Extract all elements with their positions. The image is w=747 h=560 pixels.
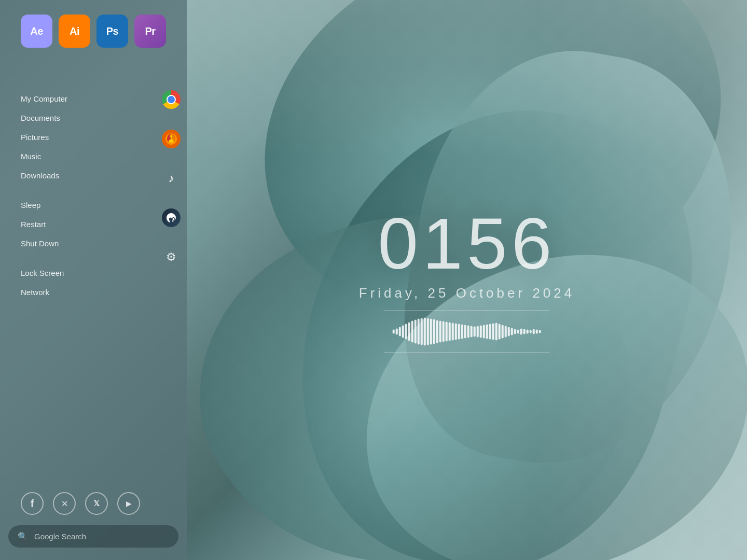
wave-bar — [480, 326, 482, 338]
menu-item-network[interactable]: Network — [21, 283, 156, 302]
search-icon: 🔍 — [18, 531, 28, 541]
wave-bar — [439, 321, 441, 343]
menu-item-shut-down[interactable]: Shut Down — [21, 234, 156, 253]
wave-bar — [402, 326, 404, 338]
wave-bar — [523, 329, 525, 334]
menu-item-sleep[interactable]: Sleep — [21, 195, 156, 215]
wave-bar — [539, 330, 541, 333]
menu-items: My Computer Documents Pictures Music Dow… — [0, 89, 156, 302]
menu-item-music[interactable]: Music — [21, 147, 156, 166]
wave-bar — [477, 326, 479, 338]
menu-item-downloads[interactable]: Downloads — [21, 166, 156, 185]
wave-bar — [533, 329, 535, 334]
wave-bar — [399, 327, 401, 337]
music-app-icon[interactable]: ♪ — [161, 168, 182, 189]
wave-bar — [421, 318, 423, 345]
wave-bar — [455, 324, 457, 340]
spacer — [0, 302, 187, 482]
facebook-icon[interactable]: f — [21, 492, 44, 515]
wave-bar — [517, 330, 519, 334]
right-icons-column: ♪ ⚙ — [156, 89, 187, 302]
wave-bar — [405, 324, 407, 340]
wave-bar — [408, 323, 410, 341]
menu-item-pictures[interactable]: Pictures — [21, 128, 156, 147]
middle-section: My Computer Documents Pictures Music Dow… — [0, 58, 187, 302]
chrome-browser-icon[interactable] — [161, 89, 182, 110]
wave-bar — [430, 319, 432, 345]
menu-item-my-computer[interactable]: My Computer — [21, 89, 156, 108]
left-panel: Ae Ai Ps Pr My Computer Documents Pictur… — [0, 0, 187, 560]
settings-icon[interactable]: ⚙ — [161, 247, 182, 268]
firefox-browser-icon[interactable] — [161, 129, 182, 149]
wave-bar — [396, 329, 398, 335]
wave-bar — [467, 326, 469, 338]
wave-bar — [508, 327, 510, 337]
wave-bar — [436, 320, 438, 343]
wave-bar — [411, 321, 413, 343]
social-icons-row: f ✕ 𝕏 ▶ — [0, 482, 187, 525]
twitter-icon[interactable]: 𝕏 — [85, 492, 108, 515]
wave-bar — [527, 330, 529, 334]
wave-bar — [471, 326, 473, 338]
search-bar[interactable]: 🔍 Google Search — [8, 525, 178, 548]
youtube-icon[interactable]: ▶ — [117, 492, 140, 515]
wave-bar — [393, 330, 395, 334]
wave-bar — [489, 324, 491, 340]
menu-item-lock-screen[interactable]: Lock Screen — [21, 263, 156, 283]
wave-bar — [536, 330, 538, 334]
wave-bar — [492, 324, 494, 340]
adobe-premiere-icon[interactable]: Pr — [134, 15, 166, 48]
wave-bar — [427, 318, 429, 345]
wave-bar — [486, 325, 488, 339]
wave-bar — [530, 330, 532, 333]
clock-date: Friday, 25 October 2024 — [359, 285, 575, 301]
wave-bar — [452, 323, 454, 341]
menu-item-documents[interactable]: Documents — [21, 108, 156, 128]
wave-bar — [464, 325, 466, 339]
clock-display: 0156 Friday, 25 October 2024 — [359, 207, 575, 353]
steam-icon[interactable] — [161, 207, 182, 228]
wave-bar — [424, 318, 426, 346]
wave-bar — [483, 325, 485, 339]
app-icons-row: Ae Ai Ps Pr — [0, 0, 187, 58]
svg-point-3 — [173, 218, 175, 220]
wave-bar — [458, 324, 460, 340]
wave-bar — [505, 326, 507, 338]
wave-bar — [520, 329, 522, 335]
wave-bar — [418, 319, 420, 345]
wave-bar — [514, 329, 516, 334]
wave-bar — [442, 321, 445, 342]
adobe-photoshop-icon[interactable]: Ps — [96, 15, 128, 48]
wave-bar — [474, 327, 476, 337]
wave-bar — [449, 323, 451, 341]
xbox-icon[interactable]: ✕ — [53, 492, 76, 515]
wave-bar — [414, 320, 417, 344]
wave-bar — [502, 325, 504, 339]
adobe-after-effects-icon[interactable]: Ae — [21, 15, 52, 48]
wave-bar — [433, 319, 435, 344]
clock-divider-bottom — [384, 353, 550, 353]
wave-bar — [461, 325, 463, 339]
wave-bar — [446, 322, 448, 342]
wave-bar — [495, 323, 497, 341]
search-placeholder: Google Search — [34, 532, 86, 541]
menu-item-restart[interactable]: Restart — [21, 215, 156, 234]
clock-divider-top — [384, 311, 550, 311]
clock-time: 0156 — [359, 207, 575, 280]
waveform — [384, 316, 550, 347]
wave-bar — [499, 324, 501, 340]
wave-bar — [511, 328, 513, 335]
adobe-illustrator-icon[interactable]: Ai — [59, 15, 90, 48]
